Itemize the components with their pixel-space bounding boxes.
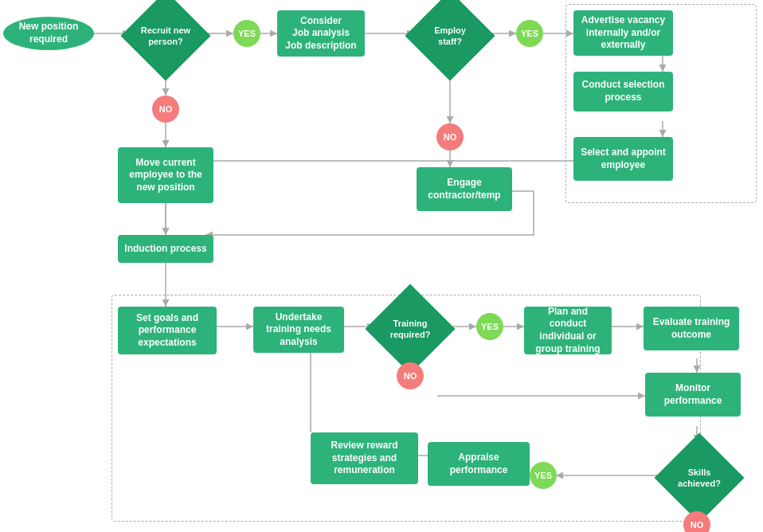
set-goals-node: Set goals andperformanceexpectations	[118, 307, 217, 354]
induction-node: Induction process	[118, 235, 213, 263]
no-badge-3: NO	[397, 362, 424, 389]
skills-diamond: Skillsachieved?	[663, 442, 735, 514]
employ-diamond: Employstaff?	[414, 0, 486, 72]
monitor-node: Monitorperformance	[645, 373, 741, 417]
plan-conduct-node: Plan and conductindividual orgroup train…	[524, 307, 612, 354]
no-badge-2: NO	[436, 123, 464, 151]
new-position-node: New position required	[3, 17, 94, 50]
recruit-diamond: Recruit newperson?	[130, 0, 202, 72]
move-current-node: Move currentemployee to thenew position	[118, 147, 213, 203]
yes-badge-3: YES	[476, 313, 503, 340]
training-needs-node: Undertaketraining needsanalysis	[253, 307, 344, 353]
no-badge-4: NO	[683, 511, 710, 532]
training-req-diamond: Trainingrequired?	[374, 293, 446, 365]
advertise-node: Advertise vacancyinternally and/orextern…	[573, 10, 673, 56]
consider-node: ConsiderJob analysisJob description	[277, 10, 365, 57]
appraise-node: Appraiseperformance	[428, 442, 530, 486]
no-badge-1: NO	[152, 96, 179, 123]
evaluate-node: Evaluate trainingoutcome	[644, 307, 739, 350]
engage-node: Engagecontractor/temp	[417, 167, 512, 211]
conduct-selection-node: Conduct selectionprocess	[573, 72, 673, 111]
yes-badge-2: YES	[516, 20, 543, 47]
yes-badge-1: YES	[233, 20, 260, 47]
review-reward-node: Review rewardstrategies andremuneration	[311, 432, 418, 484]
yes-badge-4: YES	[530, 462, 557, 489]
select-appoint-node: Select and appointemployee	[573, 137, 673, 181]
